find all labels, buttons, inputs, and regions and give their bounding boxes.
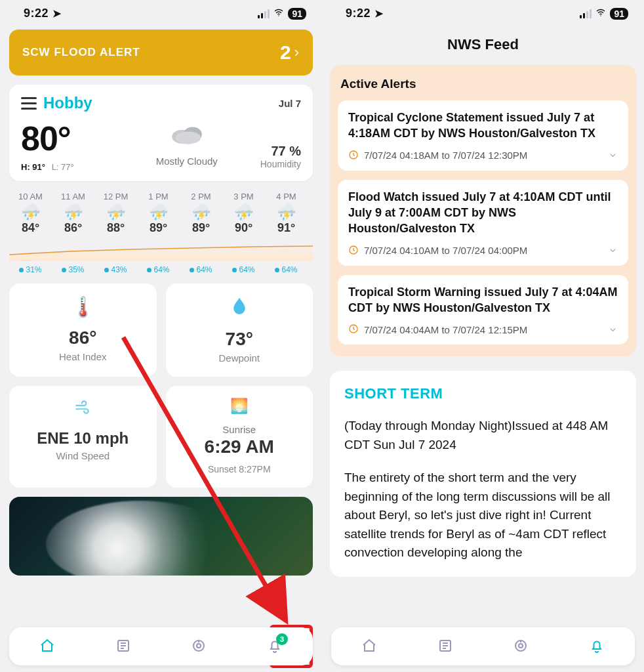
precip-cell: 64% — [265, 265, 308, 274]
signal-icon — [580, 9, 592, 18]
chevron-down-icon — [608, 150, 618, 161]
hourly-column[interactable]: 2 PM ⛈️ 89° — [180, 192, 222, 235]
storm-icon: ⛈️ — [222, 204, 265, 220]
thermometer-icon: 🌡️ — [16, 295, 150, 318]
status-time: 9:22 — [24, 7, 49, 20]
droplet-dot-icon — [190, 268, 194, 272]
svg-point-0 — [279, 16, 279, 16]
svg-point-7 — [197, 644, 201, 648]
hour-temp: 90° — [308, 221, 313, 235]
droplet-dot-icon — [19, 268, 24, 272]
status-time: 9:22 — [346, 7, 371, 20]
hour-label: 1 PM — [137, 192, 180, 201]
hour-temp: 88° — [94, 221, 137, 235]
hourly-forecast[interactable]: 10 AM ⛈️ 84°11 AM ⛈️ 86°12 PM ⛈️ 88°1 PM… — [9, 192, 313, 235]
alert-item[interactable]: Tropical Cyclone Statement issued July 7… — [338, 100, 628, 171]
alert-item[interactable]: Tropical Storm Warning issued July 7 at … — [338, 275, 628, 345]
hourly-column[interactable]: 3 PM ⛈️ 90° — [222, 192, 265, 235]
battery-pill: 91 — [288, 8, 306, 20]
clock-icon — [348, 150, 359, 161]
nav-radar[interactable] — [513, 637, 529, 656]
alert-item[interactable]: Flood Watch issued July 7 at 4:10AM CDT … — [338, 180, 628, 266]
sun-icon: 🌅 — [172, 398, 307, 415]
current-weather-card: Hobby Jul 7 80° H: 91° L: 77° — [9, 85, 313, 181]
hour-temp: 91° — [265, 221, 308, 235]
chevron-down-icon — [608, 245, 618, 256]
wind-icon — [16, 398, 150, 420]
hour-label: 4 PM — [265, 192, 308, 201]
alert-title: Flood Watch issued July 7 at 4:10AM CDT … — [348, 189, 618, 237]
wind-label: Wind Speed — [16, 450, 150, 461]
droplet-icon — [172, 295, 307, 320]
nav-home[interactable] — [39, 637, 55, 656]
droplet-dot-icon — [62, 268, 66, 272]
short-term-body: The entirety of the short term and the v… — [344, 469, 622, 562]
precip-cell: 64% — [180, 265, 222, 274]
humidity-value: 77 % — [242, 144, 301, 159]
storm-icon: ⛈️ — [180, 204, 222, 220]
nav-radar[interactable] — [191, 637, 207, 656]
wind-card[interactable]: ENE 10 mph Wind Speed — [9, 386, 157, 488]
heat-index-label: Heat Index — [16, 351, 150, 362]
flood-alert-banner[interactable]: SCW FLOOD ALERT 2 › — [9, 30, 313, 75]
heat-index-value: 86° — [16, 327, 150, 348]
dewpoint-label: Dewpoint — [172, 352, 307, 364]
humidity-label: Houmidity — [242, 159, 301, 169]
hourly-column[interactable]: 12 PM ⛈️ 88° — [94, 192, 137, 235]
satellite-tile[interactable] — [9, 497, 313, 576]
wifi-icon — [595, 7, 606, 19]
precip-cell: 64% — [137, 265, 180, 274]
heat-index-card[interactable]: 🌡️ 86° Heat Index — [9, 284, 157, 377]
alert-title: Tropical Storm Warning issued July 7 at … — [348, 284, 618, 316]
precip-cell — [308, 265, 313, 274]
wind-value: ENE 10 mph — [16, 429, 150, 448]
nav-news[interactable] — [115, 637, 131, 656]
nav-home[interactable] — [361, 637, 377, 656]
short-term-issued: (Today through Monday Night)Issued at 44… — [344, 417, 622, 454]
low-temp: L: 77° — [52, 162, 74, 172]
active-alerts-panel: Active Alerts Tropical Cyclone Statement… — [330, 65, 636, 356]
menu-icon[interactable] — [21, 97, 37, 110]
sunrise-value: 6:29 AM — [172, 436, 307, 457]
hourly-column[interactable]: 5 PM ⛈️ 90° — [308, 192, 313, 235]
nav-alerts[interactable]: 3 — [267, 637, 283, 656]
storm-icon: ⛈️ — [308, 204, 313, 220]
nav-news[interactable] — [437, 637, 453, 656]
battery-pill: 91 — [610, 8, 628, 20]
sunrise-label: Sunrise — [172, 424, 307, 435]
hourly-column[interactable]: 10 AM ⛈️ 84° — [9, 192, 52, 235]
hour-label: 5 PM — [308, 192, 313, 201]
short-term-card: SHORT TERM (Today through Monday Night)I… — [330, 371, 636, 577]
hourly-column[interactable]: 11 AM ⛈️ 86° — [52, 192, 94, 235]
status-bar: 9:22 ➤ 91 — [322, 0, 644, 24]
storm-icon: ⛈️ — [9, 204, 52, 220]
hourly-column[interactable]: 4 PM ⛈️ 91° — [265, 192, 308, 235]
location-name[interactable]: Hobby — [43, 94, 92, 112]
alert-title: Tropical Cyclone Statement issued July 7… — [348, 110, 618, 142]
hour-temp: 89° — [180, 221, 222, 235]
current-date: Jul 7 — [279, 98, 301, 109]
droplet-dot-icon — [232, 268, 237, 272]
hour-label: 3 PM — [222, 192, 265, 201]
dewpoint-card[interactable]: 73° Dewpoint — [166, 284, 313, 377]
signal-icon — [258, 9, 270, 18]
hourly-column[interactable]: 1 PM ⛈️ 89° — [137, 192, 180, 235]
right-phone: 9:22 ➤ 91 NWS Feed Active Alerts Tropica… — [322, 0, 644, 672]
droplet-dot-icon — [147, 268, 151, 272]
high-temp: H: 91° — [21, 162, 45, 172]
bottom-nav — [331, 627, 635, 665]
storm-icon: ⛈️ — [265, 204, 308, 220]
clock-icon — [348, 324, 359, 335]
sun-card[interactable]: 🌅 Sunrise 6:29 AM Sunset 8:27PM — [166, 386, 313, 488]
location-services-icon: ➤ — [374, 7, 384, 20]
left-phone: 9:22 ➤ 91 SCW FLOOD ALERT 2 › — [0, 0, 322, 672]
hour-label: 2 PM — [180, 192, 222, 201]
page-title: NWS Feed — [322, 24, 644, 65]
svg-point-8 — [601, 16, 601, 16]
svg-point-3 — [175, 131, 201, 144]
nav-alerts[interactable] — [589, 637, 605, 656]
dewpoint-value: 73° — [172, 329, 307, 350]
precip-cell: 64% — [222, 265, 265, 274]
active-alerts-heading: Active Alerts — [340, 77, 626, 91]
status-bar: 9:22 ➤ 91 — [0, 0, 322, 24]
